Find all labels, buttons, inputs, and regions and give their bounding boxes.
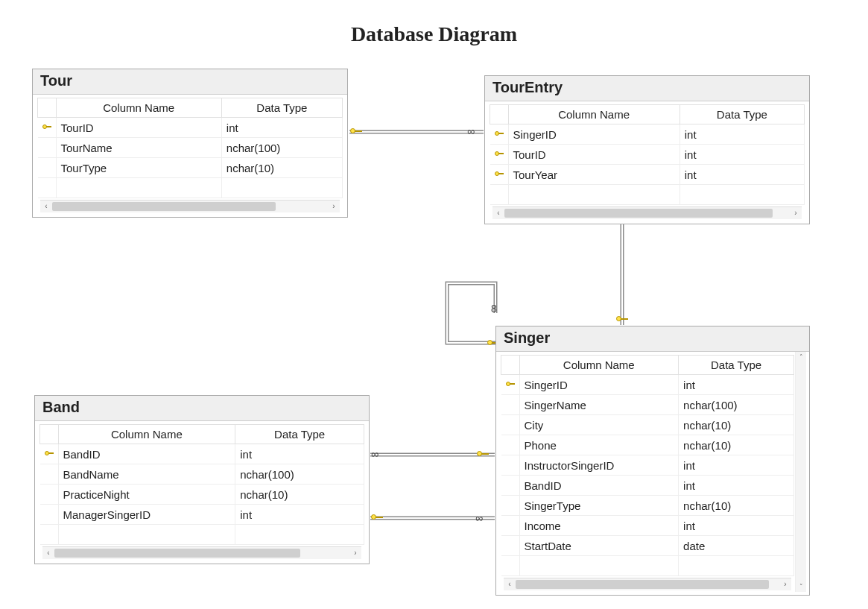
scroll-left-icon[interactable]: ‹ [492,207,504,219]
column-name: StartDate [519,536,679,556]
columns-table: Column Name Data Type BandIDintBandNamen… [39,424,364,545]
column-row[interactable]: TourIDint [490,145,805,165]
pk-cell [40,464,59,485]
column-type: int [679,145,804,165]
column-type: int [235,505,364,525]
pk-cell [501,435,520,455]
column-row[interactable]: SingerNamenchar(100) [501,395,794,415]
primary-key-icon [506,380,515,389]
scroll-right-icon[interactable]: › [328,201,340,212]
column-name: BandID [58,444,235,464]
column-row[interactable]: BandNamenchar(100) [40,464,364,485]
column-row[interactable]: Incomeint [501,516,794,536]
column-type: int [679,165,804,185]
column-row[interactable]: StartDatedate [501,536,794,556]
scroll-right-icon[interactable]: › [790,207,802,219]
pk-cell [501,375,520,395]
scroll-down-icon[interactable]: ˅ [796,581,806,592]
column-name: City [519,415,679,435]
columns-table: Column Name Data Type SingerIDintTourIDi… [490,104,805,205]
entity-title: Singer [496,326,809,352]
column-row[interactable]: PracticeNightnchar(10) [40,485,364,505]
column-type: int [235,444,364,464]
column-name: Income [519,516,679,536]
scroll-right-icon[interactable]: › [779,578,791,590]
column-row[interactable]: SingerIDint [501,375,794,395]
entity-title: TourEntry [485,76,809,101]
column-name: SingerID [519,375,679,395]
header-data-type: Data Type [679,356,794,375]
pk-cell [501,476,520,496]
entity-tour[interactable]: Tour Column Name Data Type TourIDintTour… [32,69,348,218]
column-type: nchar(10) [679,415,794,435]
page-title: Database Diagram [0,22,868,46]
rel-marker-infinity-icon: ∞ [467,125,473,137]
column-row[interactable]: SingerIDint [490,124,805,145]
column-name: SingerType [519,496,679,516]
pk-cell [501,496,520,516]
column-row[interactable]: InstructorSingerIDint [501,455,794,476]
pk-cell [38,118,57,138]
header-column-name: Column Name [56,98,221,118]
primary-key-icon [42,123,51,132]
column-row[interactable]: BandIDint [501,476,794,496]
primary-key-icon [495,130,504,139]
column-type: nchar(100) [235,464,364,485]
pk-cell [40,505,59,525]
pk-cell [490,165,509,185]
horizontal-scrollbar[interactable]: ‹ › [40,200,340,212]
entity-tour-entry[interactable]: TourEntry Column Name Data Type SingerID… [484,75,810,224]
column-type: nchar(10) [679,496,794,516]
header-column-name: Column Name [508,105,679,124]
rel-marker-key-icon [350,125,362,139]
pk-cell [38,138,57,158]
vertical-scrollbar[interactable]: ˄ ˅ [795,352,806,592]
entity-singer[interactable]: Singer Column Name Data Type SingerIDint… [495,326,810,596]
column-row[interactable]: TourIDint [38,118,343,138]
scroll-left-icon[interactable]: ‹ [504,578,516,590]
column-name: SingerID [508,124,679,145]
columns-table: Column Name Data Type SingerIDintSingerN… [501,355,794,576]
entity-title: Band [35,396,369,421]
column-type: nchar(100) [679,395,794,415]
primary-key-icon [495,150,504,159]
column-type: int [679,124,804,145]
entity-band[interactable]: Band Column Name Data Type BandIDintBand… [34,395,370,564]
column-row[interactable]: Citynchar(10) [501,415,794,435]
column-name: InstructorSingerID [519,455,679,476]
column-type: nchar(100) [221,138,342,158]
rel-marker-key-icon [371,511,383,526]
column-type: int [679,476,794,496]
column-type: int [679,516,794,536]
pk-cell [501,395,520,415]
column-name: BandID [519,476,679,496]
scroll-up-icon[interactable]: ˄ [796,352,806,362]
column-row[interactable]: ManagerSingerIDint [40,505,364,525]
horizontal-scrollbar[interactable]: ‹ › [492,206,802,219]
primary-key-icon [495,170,504,179]
column-row[interactable]: BandIDint [40,444,364,464]
header-column-name: Column Name [519,356,679,375]
pk-cell [501,455,520,476]
column-row[interactable]: TourNamenchar(100) [38,138,343,158]
header-column-name: Column Name [58,425,235,444]
scroll-right-icon[interactable]: › [349,547,361,559]
column-name: PracticeNight [58,485,235,505]
column-name: TourType [56,158,221,178]
column-row[interactable]: SingerTypenchar(10) [501,496,794,516]
entity-title: Tour [33,69,347,95]
pk-cell [40,444,59,464]
column-row[interactable]: TourYearint [490,165,805,185]
column-row[interactable]: Phonenchar(10) [501,435,794,455]
column-name: TourID [56,118,221,138]
pk-cell [501,516,520,536]
column-row[interactable]: TourTypenchar(10) [38,158,343,178]
column-name: SingerName [519,395,679,415]
rel-marker-infinity-icon: 8 [491,303,497,315]
columns-table: Column Name Data Type TourIDintTourNamen… [37,98,343,198]
horizontal-scrollbar[interactable]: ‹ › [504,578,791,590]
scroll-left-icon[interactable]: ‹ [40,201,52,212]
pk-cell [490,145,509,165]
horizontal-scrollbar[interactable]: ‹ › [42,546,361,559]
scroll-left-icon[interactable]: ‹ [42,547,54,559]
